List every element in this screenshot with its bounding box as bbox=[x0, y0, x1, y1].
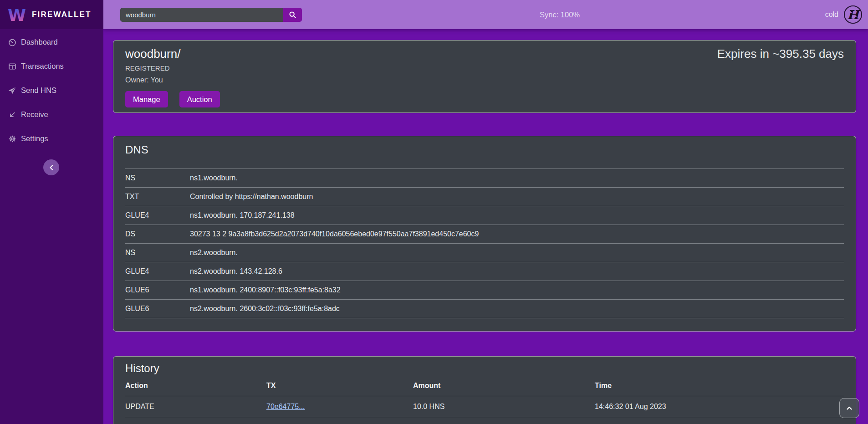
sidebar-item-send-hns[interactable]: Send HNS bbox=[0, 85, 103, 96]
history-action: RENEW bbox=[125, 417, 266, 424]
dns-record-row: TXT Controlled by https://nathan.woodbur… bbox=[125, 188, 844, 206]
search-group bbox=[120, 8, 302, 22]
dns-record-value: Controlled by https://nathan.woodburn bbox=[190, 188, 844, 206]
search-button[interactable] bbox=[283, 8, 302, 22]
dns-record-type: GLUE6 bbox=[125, 300, 190, 318]
scroll-to-top-button[interactable] bbox=[839, 398, 859, 418]
dns-table: NS ns1.woodburn. TXT Controlled by https… bbox=[125, 169, 844, 318]
history-col-tx: TX bbox=[266, 378, 413, 396]
domain-card: woodburn/ REGISTERED Owner: You Manage A… bbox=[113, 40, 856, 113]
dns-record-type: NS bbox=[125, 169, 190, 188]
dns-record-type: GLUE4 bbox=[125, 206, 190, 225]
sidebar-item-transactions[interactable]: Transactions bbox=[0, 61, 103, 72]
dns-record-value: ns1.woodburn. 170.187.241.138 bbox=[190, 206, 844, 225]
sidebar-item-label: Transactions bbox=[21, 62, 64, 71]
sidebar-item-label: Receive bbox=[21, 110, 48, 119]
dns-record-value: ns1.woodburn. 2400:8907::f03c:93ff:fe5a:… bbox=[190, 281, 844, 300]
table-icon bbox=[8, 62, 16, 71]
sidebar-item-label: Settings bbox=[21, 134, 48, 143]
sidebar-item-label: Send HNS bbox=[21, 86, 56, 95]
domain-owner: Owner: You bbox=[125, 76, 844, 84]
send-icon bbox=[8, 87, 16, 95]
dns-record-row: GLUE6 ns2.woodburn. 2600:3c02::f03c:93ff… bbox=[125, 300, 844, 318]
dns-record-value: ns2.woodburn. 2600:3c02::f03c:93ff:fe5a:… bbox=[190, 300, 844, 318]
handshake-logo-icon: H bbox=[843, 5, 863, 24]
domain-expires: Expires in ~395.35 days bbox=[717, 47, 844, 61]
dns-record-type: GLUE6 bbox=[125, 281, 190, 300]
dns-record-row: NS ns2.woodburn. bbox=[125, 244, 844, 262]
history-time: 15:47:26 07 Feb 2023 bbox=[595, 417, 844, 424]
dns-record-type: DS bbox=[125, 225, 190, 244]
dns-record-value: 30273 13 2 9a3a8fb3d625d2a2073d740f10da6… bbox=[190, 225, 844, 244]
svg-text:H: H bbox=[847, 8, 861, 22]
sidebar-collapse-button[interactable] bbox=[43, 159, 59, 175]
history-col-amount: Amount bbox=[413, 378, 595, 396]
history-col-action: Action bbox=[125, 378, 266, 396]
sidebar-item-receive[interactable]: Receive bbox=[0, 109, 103, 120]
search-input[interactable] bbox=[120, 8, 283, 22]
firewallet-logo-icon: W bbox=[8, 5, 26, 25]
dns-record-type: TXT bbox=[125, 188, 190, 206]
dns-record-row: GLUE4 ns1.woodburn. 170.187.241.138 bbox=[125, 206, 844, 225]
dns-card: DNS NS ns1.woodburn. TXT Controlled by h… bbox=[113, 136, 856, 332]
sidebar: W FIREWALLET Dashboard Transactions bbox=[0, 0, 103, 424]
chevron-left-icon bbox=[48, 164, 55, 171]
auction-button[interactable]: Auction bbox=[179, 91, 220, 107]
dns-record-row: GLUE4 ns2.woodburn. 143.42.128.6 bbox=[125, 262, 844, 281]
search-icon bbox=[289, 11, 296, 19]
history-time: 14:46:32 01 Aug 2023 bbox=[595, 396, 844, 417]
history-table: Action TX Amount Time UPDATE 70e64775...… bbox=[125, 378, 844, 424]
tx-link[interactable]: 70e64775... bbox=[266, 403, 305, 410]
gear-icon bbox=[8, 135, 16, 143]
sidebar-item-dashboard[interactable]: Dashboard bbox=[0, 36, 103, 48]
dns-record-value: ns1.woodburn. bbox=[190, 169, 844, 188]
history-card: History Action TX Amount Time UPDATE 70e… bbox=[113, 356, 856, 424]
sidebar-item-label: Dashboard bbox=[21, 38, 58, 46]
sidebar-item-settings[interactable]: Settings bbox=[0, 133, 103, 144]
wallet-name: cold bbox=[825, 10, 838, 19]
history-title: History bbox=[125, 362, 844, 375]
manage-button[interactable]: Manage bbox=[125, 91, 168, 107]
dns-record-value: ns2.woodburn. bbox=[190, 244, 844, 262]
svg-text:W: W bbox=[8, 5, 26, 25]
history-action: UPDATE bbox=[125, 396, 266, 417]
dns-record-row: GLUE6 ns1.woodburn. 2400:8907::f03c:93ff… bbox=[125, 281, 844, 300]
history-amount: 10.0 HNS bbox=[413, 417, 595, 424]
sidebar-header: W FIREWALLET bbox=[0, 0, 103, 29]
history-col-time: Time bbox=[595, 378, 844, 396]
history-amount: 10.0 HNS bbox=[413, 396, 595, 417]
dns-record-value: ns2.woodburn. 143.42.128.6 bbox=[190, 262, 844, 281]
dns-record-type: NS bbox=[125, 244, 190, 262]
sidebar-nav: Dashboard Transactions Send HNS bbox=[0, 36, 103, 157]
history-row: RENEW d7b49c1... 10.0 HNS 15:47:26 07 Fe… bbox=[125, 417, 844, 424]
history-header-row: Action TX Amount Time bbox=[125, 378, 844, 396]
dashboard-gauge-icon bbox=[8, 38, 16, 46]
brand-name: FIREWALLET bbox=[32, 10, 92, 19]
chevron-up-icon bbox=[845, 404, 854, 413]
domain-status: REGISTERED bbox=[125, 64, 844, 72]
dns-title: DNS bbox=[125, 143, 844, 156]
receive-arrow-icon bbox=[8, 111, 16, 119]
history-row: UPDATE 70e64775... 10.0 HNS 14:46:32 01 … bbox=[125, 396, 844, 417]
dns-record-row: DS 30273 13 2 9a3a8fb3d625d2a2073d740f10… bbox=[125, 225, 844, 244]
wallet-selector[interactable]: cold H bbox=[825, 0, 863, 29]
dns-record-type: GLUE4 bbox=[125, 262, 190, 281]
topbar: Sync: 100% cold H bbox=[103, 0, 868, 29]
sync-status: Sync: 100% bbox=[540, 0, 580, 29]
dns-record-row: NS ns1.woodburn. bbox=[125, 169, 844, 188]
